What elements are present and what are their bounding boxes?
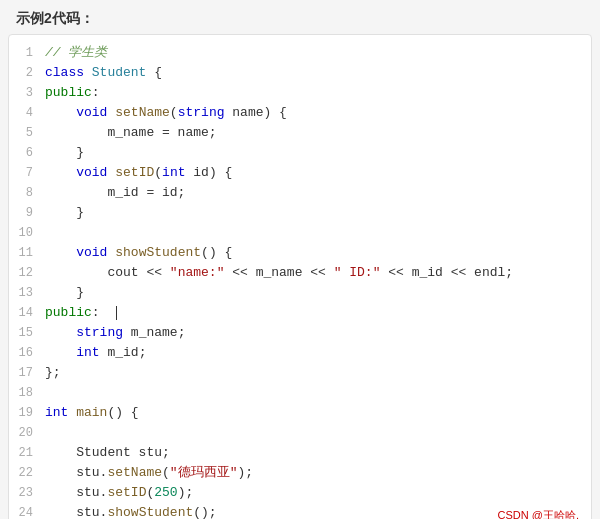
line-content: };	[45, 363, 591, 383]
line-number: 1	[9, 43, 45, 63]
line-number: 14	[9, 303, 45, 323]
code-line: 15 string m_name;	[9, 323, 591, 343]
line-content: int m_id;	[45, 343, 591, 363]
line-content: cout << "name:" << m_name << " ID:" << m…	[45, 263, 591, 283]
line-number: 22	[9, 463, 45, 483]
code-line: 10	[9, 223, 591, 243]
line-number: 19	[9, 403, 45, 423]
line-content: stu.setID(250);	[45, 483, 591, 503]
code-line: 20	[9, 423, 591, 443]
line-content: int main() {	[45, 403, 591, 423]
code-line: 12 cout << "name:" << m_name << " ID:" <…	[9, 263, 591, 283]
code-line: 17};	[9, 363, 591, 383]
line-content: stu.setName("德玛西亚");	[45, 463, 591, 483]
line-content: m_id = id;	[45, 183, 591, 203]
line-content: class Student {	[45, 63, 591, 83]
code-block: 1// 学生类2class Student {3public:4 void se…	[9, 35, 591, 519]
code-line: 21 Student stu;	[9, 443, 591, 463]
line-number: 3	[9, 83, 45, 103]
code-line: 2class Student {	[9, 63, 591, 83]
text-cursor	[116, 306, 117, 320]
line-number: 20	[9, 423, 45, 443]
line-number: 13	[9, 283, 45, 303]
line-content: void setName(string name) {	[45, 103, 591, 123]
code-line: 19int main() {	[9, 403, 591, 423]
line-content: void showStudent() {	[45, 243, 591, 263]
code-line: 3public:	[9, 83, 591, 103]
code-line: 7 void setID(int id) {	[9, 163, 591, 183]
line-number: 8	[9, 183, 45, 203]
watermark: CSDN @王哈哈.	[498, 508, 579, 519]
line-number: 6	[9, 143, 45, 163]
line-number: 15	[9, 323, 45, 343]
code-container: 1// 学生类2class Student {3public:4 void se…	[8, 34, 592, 519]
line-content: public:	[45, 303, 591, 323]
line-number: 11	[9, 243, 45, 263]
line-number: 4	[9, 103, 45, 123]
line-number: 17	[9, 363, 45, 383]
line-number: 10	[9, 223, 45, 243]
line-number: 2	[9, 63, 45, 83]
line-number: 21	[9, 443, 45, 463]
line-number: 9	[9, 203, 45, 223]
line-number: 18	[9, 383, 45, 403]
code-line: 14public:	[9, 303, 591, 323]
code-line: 11 void showStudent() {	[9, 243, 591, 263]
code-line: 9 }	[9, 203, 591, 223]
code-line: 18	[9, 383, 591, 403]
code-line: 6 }	[9, 143, 591, 163]
line-content: }	[45, 203, 591, 223]
page-title: 示例2代码：	[0, 0, 600, 34]
line-content: public:	[45, 83, 591, 103]
line-content: string m_name;	[45, 323, 591, 343]
line-content: }	[45, 283, 591, 303]
code-line: 23 stu.setID(250);	[9, 483, 591, 503]
code-line: 13 }	[9, 283, 591, 303]
code-line: 8 m_id = id;	[9, 183, 591, 203]
line-number: 24	[9, 503, 45, 519]
line-number: 23	[9, 483, 45, 503]
line-content: }	[45, 143, 591, 163]
code-line: 16 int m_id;	[9, 343, 591, 363]
line-content: void setID(int id) {	[45, 163, 591, 183]
line-number: 5	[9, 123, 45, 143]
code-line: 5 m_name = name;	[9, 123, 591, 143]
code-line: 1// 学生类	[9, 43, 591, 63]
line-content: m_name = name;	[45, 123, 591, 143]
line-number: 7	[9, 163, 45, 183]
line-number: 12	[9, 263, 45, 283]
code-line: 22 stu.setName("德玛西亚");	[9, 463, 591, 483]
line-content: Student stu;	[45, 443, 591, 463]
code-line: 4 void setName(string name) {	[9, 103, 591, 123]
line-content: // 学生类	[45, 43, 591, 63]
line-number: 16	[9, 343, 45, 363]
